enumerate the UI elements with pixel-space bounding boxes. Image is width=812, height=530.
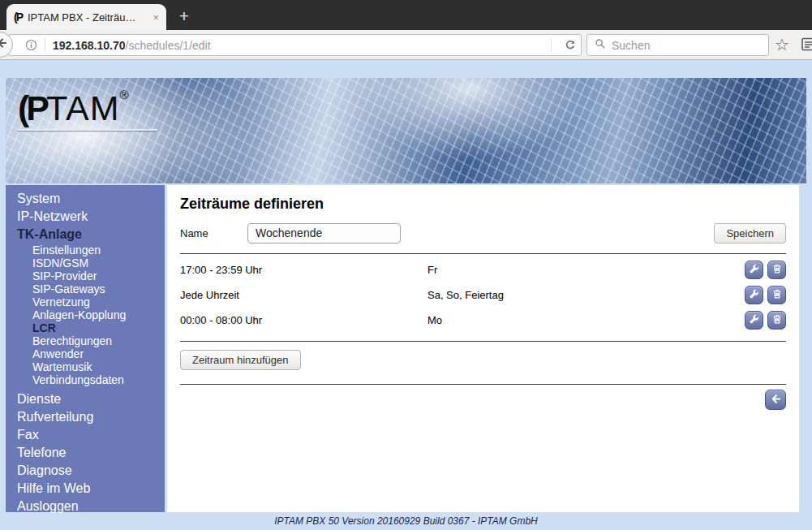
sidebar-item[interactable]: Anlagen-Kopplung	[6, 308, 165, 321]
bookmark-star-icon[interactable]: ☆	[775, 35, 789, 54]
url-host: 192.168.10.70	[53, 39, 126, 52]
sidebar-item[interactable]: Einstellungen	[6, 243, 165, 256]
back-arrow-icon	[0, 37, 8, 53]
save-button[interactable]: Speichern	[714, 223, 786, 243]
sidebar-item[interactable]: Hilfe im Web	[6, 480, 165, 498]
delete-button[interactable]	[767, 311, 786, 330]
trash-icon	[771, 263, 783, 277]
tab-bar: (P IPTAM PBX - Zeiträu… × +	[0, 0, 812, 30]
schedule-row: 00:00 - 08:00 Uhr Mo	[180, 308, 786, 333]
edit-button[interactable]	[745, 311, 763, 330]
edit-button[interactable]	[745, 286, 763, 304]
registered-mark: ®	[120, 88, 129, 101]
schedule-time: Jede Uhrzeit	[180, 289, 427, 301]
footer-text: IPTAM PBX 50 Version 20160929 Build 0367…	[0, 513, 812, 530]
delete-button[interactable]	[767, 261, 786, 279]
search-bar[interactable]: Suchen	[586, 34, 769, 56]
schedule-list: 17:00 - 23:59 Uhr Fr Jede Uhrzeit	[180, 257, 786, 333]
tab-close-icon[interactable]: ×	[153, 11, 159, 24]
sidebar-item[interactable]: ISDN/GSM	[6, 256, 165, 269]
search-placeholder: Suchen	[612, 39, 650, 52]
trash-icon	[771, 288, 783, 302]
sidebar-item[interactable]: LCR	[6, 321, 165, 334]
url-divider	[45, 38, 45, 52]
schedule-days: Sa, So, Feiertag	[427, 289, 745, 301]
sidebar-item[interactable]: Fax	[6, 426, 165, 444]
divider	[180, 253, 786, 254]
sidebar-item[interactable]: IP-Netzwerk	[6, 208, 165, 226]
iptam-favicon-icon: (P	[14, 11, 22, 24]
sidebar-item[interactable]: SIP-Gateways	[6, 282, 165, 295]
back-arrow-icon	[770, 393, 782, 407]
browser-tab[interactable]: (P IPTAM PBX - Zeiträu… ×	[6, 4, 166, 30]
tab-title: IPTAM PBX - Zeiträu…	[28, 11, 148, 24]
sidebar-item[interactable]: Rufverteilung	[6, 408, 165, 426]
add-period-button[interactable]: Zeitraum hinzufügen	[180, 350, 301, 370]
divider	[180, 384, 786, 385]
schedule-row: 17:00 - 23:59 Uhr Fr	[180, 257, 786, 282]
reload-icon[interactable]	[558, 35, 581, 55]
sidebar-item[interactable]: System	[6, 190, 165, 208]
trash-icon	[771, 313, 783, 327]
sidebar-item[interactable]: Wartemusik	[6, 360, 165, 373]
sidebar-item[interactable]: SIP-Provider	[6, 269, 165, 282]
new-tab-button[interactable]: +	[170, 6, 198, 28]
iptam-banner: (PTAM®	[6, 78, 806, 183]
schedule-days: Fr	[427, 264, 745, 276]
wrench-icon	[748, 288, 760, 303]
page-title: Zeiträume definieren	[180, 196, 786, 212]
url-bar[interactable]: 192.168.10.70/schedules/1/edit	[8, 34, 582, 56]
bookmarks-panel-icon[interactable]	[801, 37, 812, 55]
sidebar-item[interactable]: Diagnose	[6, 462, 165, 480]
name-label: Name	[180, 227, 247, 239]
sidebar-item[interactable]: Verbindungsdaten	[6, 373, 165, 386]
schedule-time: 17:00 - 23:59 Uhr	[180, 264, 427, 276]
wrench-icon	[748, 263, 760, 278]
sidebar-menu: SystemIP-NetzwerkTK-AnlageEinstellungenI…	[6, 185, 165, 512]
reload-divider	[551, 38, 552, 52]
schedule-row: Jede Uhrzeit Sa, So, Feiertag	[180, 282, 786, 308]
back-nav-button[interactable]	[765, 390, 786, 410]
sidebar-item[interactable]: TK-Anlage	[6, 226, 165, 243]
wrench-icon	[748, 313, 760, 328]
main-content: Zeiträume definieren Name Speichern 17:0…	[167, 185, 799, 512]
sidebar-item[interactable]: Telefone	[6, 444, 165, 462]
url-path: /schedules/1/edit	[126, 39, 211, 52]
logo-underline	[18, 129, 157, 131]
sidebar-item[interactable]: Berechtigungen	[6, 334, 165, 347]
web-page: (PTAM® SystemIP-NetzwerkTK-AnlageEinstel…	[0, 60, 812, 530]
search-icon	[595, 38, 606, 53]
iptam-logo: (PTAM®	[18, 88, 157, 131]
schedule-time: 00:00 - 08:00 Uhr	[180, 314, 427, 326]
page-info-icon[interactable]	[25, 39, 37, 51]
sidebar-item[interactable]: Vernetzung	[6, 295, 165, 308]
divider	[180, 341, 786, 342]
edit-button[interactable]	[745, 261, 763, 279]
sidebar-item[interactable]: Dienste	[6, 390, 165, 408]
delete-button[interactable]	[767, 286, 786, 304]
schedule-days: Mo	[427, 314, 745, 326]
logo-mark: (P	[18, 88, 46, 127]
sidebar-item[interactable]: Anwender	[6, 347, 165, 360]
name-input[interactable]	[247, 223, 401, 243]
browser-toolbar: 192.168.10.70/schedules/1/edit Suchen ☆	[0, 30, 812, 60]
